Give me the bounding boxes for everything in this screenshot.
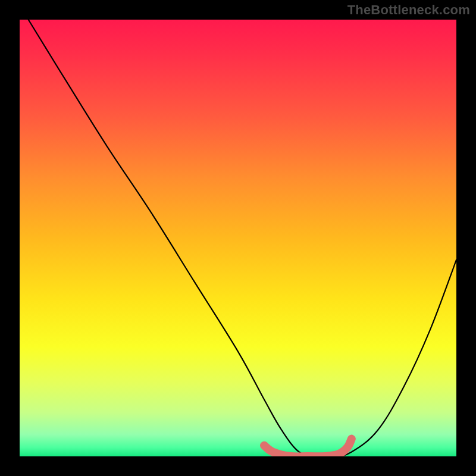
bottleneck-curve xyxy=(29,20,456,456)
watermark-text: TheBottleneck.com xyxy=(347,2,470,18)
curve-layer xyxy=(20,20,456,456)
chart-container: TheBottleneck.com xyxy=(0,0,476,476)
plot-area xyxy=(20,20,456,456)
highlight-curve xyxy=(264,439,352,456)
